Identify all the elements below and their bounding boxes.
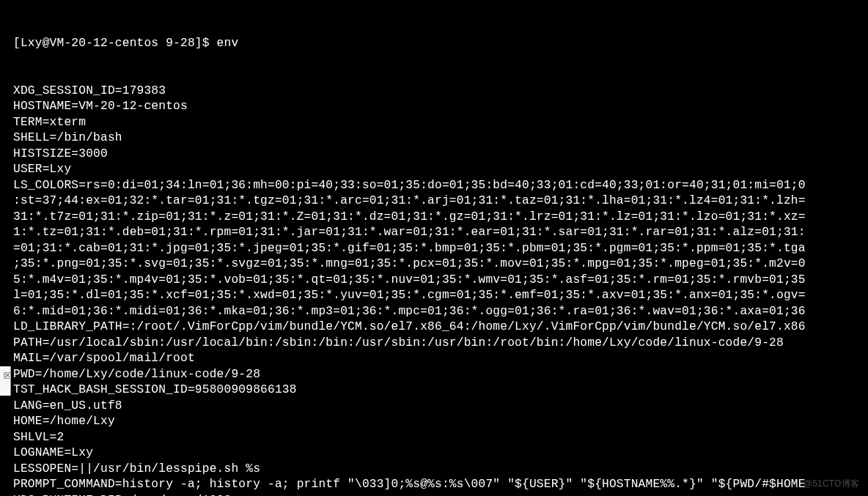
output-line: SHELL=/bin/bash xyxy=(13,130,868,147)
output-line: =01;31:*.cab=01;31:*.jpg=01;35:*.jpeg=01… xyxy=(13,241,868,257)
output-line: XDG_RUNTIME_DIR=/run/user/1000 xyxy=(13,493,868,497)
output-line: 1:*.tz=01;31:*.deb=01;31:*.rpm=01;31:*.j… xyxy=(13,225,868,241)
env-output: XDG_SESSION_ID=179383HOSTNAME=VM-20-12-c… xyxy=(13,84,868,497)
output-line: SHLVL=2 xyxy=(13,430,868,446)
output-line: HOME=/home/Lxy xyxy=(13,414,868,430)
terminal-window[interactable]: [Lxy@VM-20-12-centos 9-28]$ env XDG_SESS… xyxy=(0,0,868,496)
output-line: USER=Lxy xyxy=(13,162,868,178)
output-line: PROMPT_COMMAND=history -a; history -a; p… xyxy=(13,477,868,493)
output-line: HOSTNAME=VM-20-12-centos xyxy=(13,99,868,115)
output-line: HISTSIZE=3000 xyxy=(13,147,868,163)
output-line: LANG=en_US.utf8 xyxy=(13,399,868,415)
typed-command: env xyxy=(217,37,239,50)
output-line: LS_COLORS=rs=0:di=01;34:ln=01;36:mh=00:p… xyxy=(13,178,868,194)
output-line: ;35:*.png=01;35:*.svg=01;35:*.svgz=01;35… xyxy=(13,256,868,273)
output-line: l=01;35:*.dl=01;35:*.xcf=01;35:*.xwd=01;… xyxy=(13,288,868,304)
shell-prompt: [Lxy@VM-20-12-centos 9-28]$ xyxy=(13,37,217,50)
output-line: PATH=/usr/local/sbin:/usr/local/bin:/sbi… xyxy=(13,336,868,352)
output-line: PWD=/home/Lxy/code/linux-code/9-28 xyxy=(13,367,868,383)
output-line: MAIL=/var/spool/mail/root xyxy=(13,351,868,367)
cropped-sidebar-fragment: 区 xyxy=(0,366,11,396)
output-line: TST_HACK_BASH_SESSION_ID=95800909866138 xyxy=(13,382,868,399)
output-line: LOGNAME=Lxy xyxy=(13,445,868,462)
output-line: :st=37;44:ex=01;32:*.tar=01;31:*.tgz=01;… xyxy=(13,193,868,210)
output-line: 5:*.m4v=01;35:*.mp4v=01;35:*.vob=01;35:*… xyxy=(13,273,868,289)
output-line: LD_LIBRARY_PATH=:/root/.VimForCpp/vim/bu… xyxy=(13,319,868,336)
output-line: XDG_SESSION_ID=179383 xyxy=(13,84,868,100)
output-line: LESSOPEN=||/usr/bin/lesspipe.sh %s xyxy=(13,462,868,478)
command-line: [Lxy@VM-20-12-centos 9-28]$ env xyxy=(13,36,868,52)
output-line: TERM=xterm xyxy=(13,115,868,131)
output-line: 31:*.t7z=01;31:*.zip=01;31:*.z=01;31:*.Z… xyxy=(13,210,868,226)
output-line: 6:*.mid=01;36:*.midi=01;36:*.mka=01;36:*… xyxy=(13,304,868,320)
